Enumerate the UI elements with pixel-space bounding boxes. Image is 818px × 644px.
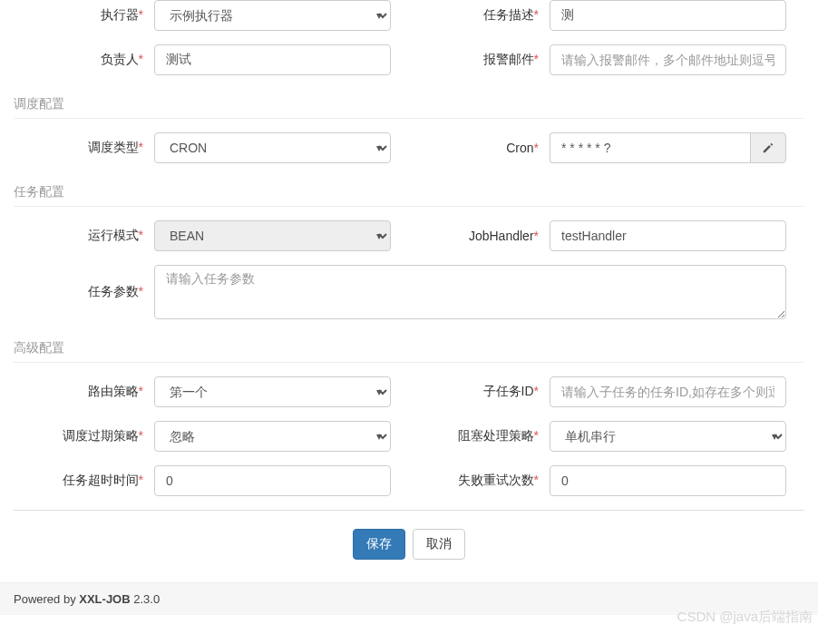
desc-input[interactable]	[550, 0, 786, 31]
cron-edit-button[interactable]	[750, 132, 786, 163]
params-textarea[interactable]	[154, 265, 786, 319]
route-label: 路由策略*	[14, 384, 154, 400]
block-select[interactable]: 单机串行	[550, 421, 786, 452]
edit-icon	[762, 141, 774, 154]
child-input[interactable]	[550, 376, 786, 407]
owner-input[interactable]	[154, 44, 391, 75]
cron-label: Cron*	[409, 141, 550, 155]
alarm-input[interactable]	[550, 44, 786, 75]
task-section-title: 任务配置	[14, 177, 804, 207]
schedule-type-select[interactable]: CRON	[154, 132, 391, 163]
expire-label: 调度过期策略*	[14, 428, 154, 444]
block-label: 阻塞处理策略*	[409, 428, 550, 444]
owner-label: 负责人*	[14, 52, 154, 68]
executor-select[interactable]: 示例执行器	[154, 0, 391, 31]
executor-label: 执行器*	[14, 7, 154, 24]
child-label: 子任务ID*	[409, 384, 550, 400]
cancel-button[interactable]: 取消	[413, 529, 465, 560]
timeout-label: 任务超时时间*	[14, 473, 154, 489]
divider	[14, 510, 804, 511]
handler-input[interactable]	[550, 220, 786, 251]
params-label: 任务参数*	[14, 284, 154, 300]
mode-label: 运行模式*	[14, 228, 154, 244]
footer: Powered by XXL-JOB 2.3.0	[0, 582, 818, 615]
handler-label: JobHandler*	[409, 229, 550, 243]
schedule-type-label: 调度类型*	[14, 140, 154, 156]
mode-select[interactable]: BEAN	[154, 220, 391, 251]
timeout-input[interactable]	[154, 465, 391, 496]
retry-label: 失败重试次数*	[409, 473, 550, 489]
save-button[interactable]: 保存	[353, 529, 405, 560]
advanced-section-title: 高级配置	[14, 333, 804, 363]
route-select[interactable]: 第一个	[154, 376, 391, 407]
retry-input[interactable]	[550, 465, 786, 496]
desc-label: 任务描述*	[409, 7, 550, 24]
alarm-label: 报警邮件*	[409, 52, 550, 68]
schedule-section-title: 调度配置	[14, 89, 804, 119]
expire-select[interactable]: 忽略	[154, 421, 391, 452]
cron-input[interactable]	[550, 132, 750, 163]
